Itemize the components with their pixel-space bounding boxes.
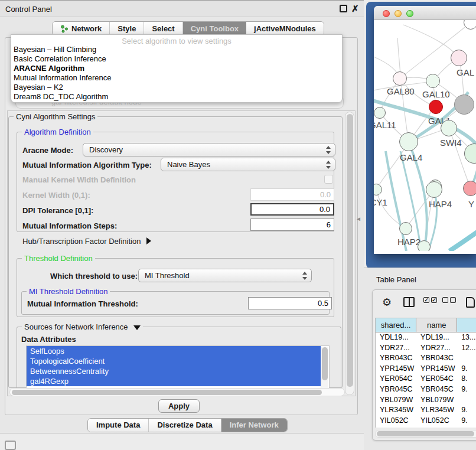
- table-row[interactable]: YDL19...YDL19...13...: [376, 332, 476, 343]
- mi-steps-field[interactable]: 6: [250, 219, 334, 231]
- table-cell: 12...: [457, 343, 476, 354]
- select-all-checks-icon[interactable]: ✓✓: [423, 297, 437, 303]
- splitter-arrow-icon[interactable]: ◄: [356, 216, 361, 222]
- mi-threshold-label: Mutual Information Threshold:: [27, 299, 138, 308]
- apply-button[interactable]: Apply: [158, 399, 200, 413]
- stepper-icon: [325, 160, 331, 169]
- table-cell: [457, 395, 476, 406]
- table-panel: Table Panel ⚙ ✓✓ shared...name YDL19...Y…: [364, 268, 476, 450]
- tab-impute-data[interactable]: Impute Data: [88, 419, 149, 432]
- network-window-titlebar[interactable]: [374, 6, 476, 20]
- network-node-gal11[interactable]: [374, 107, 386, 119]
- network-node-gal10[interactable]: [426, 74, 440, 88]
- control-panel-title: Control Panel: [5, 5, 52, 14]
- algorithm-option[interactable]: ARACNE Algorithm: [11, 64, 342, 73]
- table-row[interactable]: YLR345WYLR345W9.: [376, 405, 476, 416]
- document-icon[interactable]: [466, 297, 475, 308]
- table-horizontal-scrollbar[interactable]: [375, 430, 476, 438]
- network-node-y[interactable]: [463, 181, 476, 196]
- attributes-scrollbar-thumb[interactable]: [322, 347, 328, 380]
- table-row[interactable]: YBR045CYBR045C9.: [376, 384, 476, 395]
- mac-zoom-icon[interactable]: [406, 10, 413, 17]
- hub-definition-toggle[interactable]: Hub/Transcription Factor Definition: [22, 237, 151, 246]
- manual-kernel-checkbox[interactable]: [324, 175, 333, 184]
- tab-label: jActiveMNodules: [254, 24, 316, 33]
- mac-minimize-icon[interactable]: [395, 10, 402, 17]
- table-row[interactable]: YBL079WYBL079W: [376, 395, 476, 406]
- algorithm-option[interactable]: Basic Correlation Inference: [11, 54, 342, 64]
- network-node-gal1[interactable]: [429, 100, 443, 114]
- data-attributes-list[interactable]: SelfLoopsTopologicalCoefficientBetweenne…: [26, 345, 330, 389]
- attribute-item[interactable]: SelfLoops: [27, 346, 321, 356]
- network-node-gal[interactable]: [451, 50, 467, 66]
- network-node-hap4[interactable]: [426, 181, 442, 198]
- collapse-corner-button[interactable]: [5, 441, 16, 450]
- table-row[interactable]: YDR27...YDR27...12...: [376, 343, 476, 354]
- network-canvas[interactable]: GALGAL80GAL10GAL1GAL11SWI4GAL4GCY1HAP4YH…: [374, 20, 476, 251]
- tab-label: Select: [152, 24, 174, 33]
- settings-hscroll-thumb[interactable]: [12, 390, 322, 395]
- which-threshold-combobox[interactable]: MI Threshold: [138, 269, 312, 282]
- network-node[interactable]: [418, 240, 431, 251]
- network-node-hap2[interactable]: [399, 222, 412, 235]
- hub-definition-label: Hub/Transcription Factor Definition: [22, 237, 141, 246]
- mi-type-label: Mutual Information Algorithm Type:: [22, 161, 152, 169]
- algorithm-option[interactable]: Dream8 DC_TDC Algorithm: [11, 92, 342, 102]
- network-node-swi4[interactable]: [441, 120, 457, 136]
- table-row[interactable]: YIL052CYIL052C9.: [376, 416, 476, 426]
- table-cell: YBR045C: [376, 384, 416, 395]
- tab-style[interactable]: Style: [110, 22, 144, 35]
- mac-close-icon[interactable]: [383, 10, 390, 17]
- node-label-gcy1: GCY1: [374, 197, 387, 207]
- column-header-shared[interactable]: shared...: [376, 318, 416, 332]
- attributes-scrollbar[interactable]: [321, 347, 328, 389]
- float-window-icon[interactable]: [340, 5, 347, 12]
- columns-icon[interactable]: [403, 297, 415, 307]
- settings-horizontal-scrollbar[interactable]: [9, 388, 345, 396]
- table-cell: YIL052C: [376, 416, 416, 426]
- network-node-gal4[interactable]: [399, 132, 418, 151]
- close-window-icon[interactable]: ✗: [351, 5, 359, 12]
- aracne-mode-combobox[interactable]: Discovery: [83, 143, 335, 156]
- tab-select[interactable]: Select: [144, 22, 182, 35]
- cyni-settings-group-title: Cyni Algorithm Settings: [14, 112, 97, 121]
- settings-vertical-scrollbar[interactable]: [345, 112, 354, 395]
- algorithm-option[interactable]: Bayesian – K2: [11, 83, 342, 92]
- network-window[interactable]: GALGAL80GAL10GAL1GAL11SWI4GAL4GCY1HAP4YH…: [374, 6, 476, 254]
- column-header-clipped[interactable]: [457, 318, 476, 332]
- attribute-item[interactable]: BetweennessCentrality: [27, 366, 321, 376]
- dpi-tolerance-field[interactable]: 0.0: [250, 203, 334, 216]
- threshold-definition-title: Threshold Definition: [22, 254, 95, 263]
- control-panel-window: Control Panel ✗ NetworkStyleSelectCyni T…: [0, 0, 364, 433]
- network-node[interactable]: [454, 94, 474, 115]
- deselect-all-checks-icon[interactable]: [442, 297, 456, 303]
- settings-vscroll-thumb[interactable]: [347, 114, 353, 387]
- mi-type-combobox[interactable]: Naive Bayes: [161, 158, 335, 171]
- attribute-item[interactable]: gal4RGexp: [27, 376, 321, 386]
- attribute-item[interactable]: TopologicalCoefficient: [27, 356, 321, 366]
- table-cell: [457, 353, 476, 364]
- table-row[interactable]: YPR145WYPR145W9.: [376, 364, 476, 374]
- algorithm-dropdown: Select algorithm to view settings Bayesi…: [11, 34, 343, 103]
- tab-jactivemnodules[interactable]: jActiveMNodules: [246, 22, 324, 35]
- mi-threshold-group-title: MI Threshold Definition: [27, 287, 110, 296]
- tab-discretize-data[interactable]: Discretize Data: [149, 419, 221, 432]
- network-node-gal80[interactable]: [393, 71, 407, 86]
- node-table[interactable]: shared...name YDL19...YDL19...13...YDR27…: [375, 318, 476, 428]
- gear-icon[interactable]: ⚙: [382, 297, 392, 308]
- mi-threshold-field[interactable]: 0.5: [248, 297, 332, 309]
- tab-infer-network[interactable]: Infer Network: [221, 419, 287, 432]
- tab-cyni-toolbox[interactable]: Cyni Toolbox: [183, 22, 246, 35]
- algorithm-option[interactable]: Bayesian – Hill Climbing: [11, 45, 342, 54]
- kernel-width-field[interactable]: 0.0: [250, 188, 334, 201]
- node-label-y: Y: [468, 199, 474, 209]
- tab-network[interactable]: Network: [53, 22, 110, 35]
- table-row[interactable]: YER054CYER054C8.: [376, 374, 476, 384]
- control-panel-titlebar[interactable]: Control Panel ✗: [0, 1, 364, 17]
- column-header-name[interactable]: name: [416, 318, 457, 332]
- algorithm-option[interactable]: Mutual Information Inference: [11, 73, 342, 83]
- table-cell: 9.: [457, 405, 476, 416]
- table-row[interactable]: YBR043CYBR043C: [376, 353, 476, 364]
- table-hscroll-thumb[interactable]: [377, 431, 474, 436]
- sources-group-title[interactable]: Sources for Network Inference: [22, 322, 143, 331]
